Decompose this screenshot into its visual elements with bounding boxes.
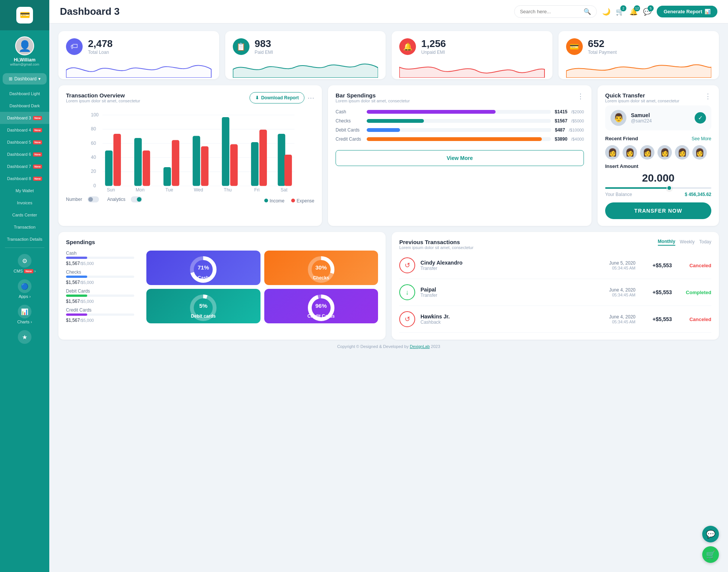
new-badge: New (33, 128, 42, 132)
svg-text:Sat: Sat (281, 187, 288, 192)
sidebar-nav: Dashboard Light Dashboard Dark Dashboard… (0, 88, 49, 245)
donut-checks-pct: 30% (315, 264, 327, 270)
new-badge: New (33, 140, 42, 144)
header-actions: 🔍 🌙 🛒 2 🔔 12 💬 5 Generate Report 📊 (514, 5, 717, 18)
search-input[interactable] (520, 9, 581, 14)
sidebar-item-favorites[interactable]: ★ (0, 326, 49, 347)
transaction-overview-card: Transaction Overview Lorem ipsum dolor s… (58, 85, 322, 226)
svg-text:40: 40 (91, 155, 96, 160)
svg-rect-31 (259, 130, 267, 186)
transfer-amount: 20.000 (605, 172, 711, 184)
view-more-button[interactable]: View More (336, 150, 584, 166)
page-footer: Copyright © Designed & Developed by Dexi… (58, 340, 719, 353)
see-more-link[interactable]: See More (692, 136, 711, 141)
stat-card-total-loan: 🏷 2,478 Total Loan (58, 31, 219, 79)
sidebar-item-dashboard-dark[interactable]: Dashboard Dark (0, 100, 49, 112)
transaction-name-1: Paipal (420, 287, 437, 293)
svg-text:20: 20 (91, 169, 96, 174)
spending-item-credit: Credit Cards $1,567/$5,000 (66, 307, 134, 323)
unpaid-emi-value: 1,256 (421, 38, 446, 50)
stat-card-paid-emi: 📋 983 Paid EMI (225, 31, 386, 79)
sidebar-item-cardscenter[interactable]: Cards Center (0, 209, 49, 221)
generate-report-button[interactable]: Generate Report 📊 (657, 6, 717, 17)
svg-text:Fri: Fri (254, 187, 259, 192)
unpaid-emi-icon: 🔔 (399, 38, 416, 55)
cart-icon-btn[interactable]: 🛒 2 (616, 8, 624, 16)
analytics-toggle[interactable] (131, 196, 142, 202)
sidebar-item-invoices[interactable]: Invoices (0, 197, 49, 209)
sidebar-item-charts[interactable]: 📊 Charts › (0, 301, 49, 326)
number-toggle[interactable] (88, 196, 99, 202)
dashboard-toggle[interactable]: ⊞ Dashboard ▾ (3, 73, 47, 85)
svg-text:0: 0 (93, 183, 96, 188)
chart-toggles: Number Analytics (66, 196, 142, 202)
transaction-status-2: Canceled (681, 317, 711, 322)
chat-icon-btn[interactable]: 💬 5 (643, 8, 651, 16)
sidebar-item-dashboard4[interactable]: Dashboard 4 New (0, 124, 49, 136)
spending-row-debit: Debit Cards $487 /$10000 (336, 127, 584, 133)
sidebar-item-cms[interactable]: ⚙ CMS New › (0, 250, 49, 276)
transaction-overview-title: Transaction Overview (66, 92, 140, 99)
stat-card-unpaid-emi: 🔔 1,256 Unpaid EMI (392, 31, 552, 79)
logo-icon: 💳 (16, 7, 33, 24)
total-loan-value: 2,478 (88, 38, 113, 50)
transaction-type-0: Transfer (420, 266, 463, 271)
paid-emi-value: 983 (255, 38, 273, 50)
sidebar-item-transaction[interactable]: Transaction (0, 221, 49, 233)
sidebar-item-dashboard8[interactable]: Dashboard 8 New (0, 172, 49, 185)
friend-avatar-6[interactable]: 👩 (692, 145, 707, 160)
dark-mode-toggle[interactable]: 🌙 (602, 8, 610, 16)
footer-brand-link[interactable]: DexignLab (410, 344, 430, 349)
download-report-button[interactable]: ⬇ Download Report (249, 92, 304, 103)
fab-support[interactable]: 💬 (702, 526, 719, 542)
sidebar-item-dashboard5[interactable]: Dashboard 5 New (0, 136, 49, 148)
debit-max: /$10000 (569, 128, 584, 132)
sidebar-item-transactiondetails[interactable]: Transaction Details (0, 233, 49, 245)
transaction-status-0: Canceled (681, 263, 711, 268)
svg-rect-28 (172, 140, 179, 186)
friend-avatar-5[interactable]: 👩 (675, 145, 689, 160)
donut-credit: 96% Credit Cards (264, 289, 378, 323)
donut-cash-pct: 71% (198, 264, 209, 270)
sidebar-item-dashboard7[interactable]: Dashboard 7 New (0, 160, 49, 172)
sidebar-item-dashboard3[interactable]: Dashboard 3 New (0, 112, 49, 124)
bar-spendings-more-icon[interactable]: ⋮ (577, 92, 584, 100)
transaction-name-2: Hawkins Jr. (420, 313, 450, 320)
svg-text:80: 80 (91, 126, 96, 132)
tab-monthly[interactable]: Monthly (658, 239, 675, 246)
tab-today[interactable]: Today (699, 239, 711, 245)
tab-weekly[interactable]: Weekly (680, 239, 695, 245)
quick-transfer-more-icon[interactable]: ⋮ (704, 92, 711, 100)
friend-avatar-4[interactable]: 👩 (657, 145, 672, 160)
bar-spendings-list: Cash $1415 /$2000 Checks $1567 /$500 (336, 109, 584, 142)
friend-avatar-2[interactable]: 👩 (623, 145, 637, 160)
spendings-card: Spendings Cash $1,567/$5,000 Checks (58, 232, 386, 340)
transaction-amount-0: +$5,553 (645, 262, 672, 268)
svg-rect-30 (230, 144, 238, 186)
transaction-type-1: Transfer (420, 293, 437, 298)
bell-icon-btn[interactable]: 🔔 12 (629, 8, 638, 16)
sidebar-logo: 💳 (0, 0, 49, 30)
donut-credit-label: Credit Cards (308, 313, 335, 319)
sidebar-username: Hi,William (14, 57, 35, 63)
transfer-now-button[interactable]: TRANSFER NOW (605, 202, 711, 219)
friend-avatar-3[interactable]: 👩 (640, 145, 654, 160)
sidebar-item-mywallet[interactable]: My Wallet (0, 185, 49, 197)
chevron-down-icon: ▾ (38, 76, 41, 81)
amount-slider[interactable] (605, 187, 711, 189)
friend-avatar-1[interactable]: 👩 (605, 145, 620, 160)
spending-row-credit: Credit Cards $3890 /$4000 (336, 136, 584, 142)
fab-cart[interactable]: 🛒 (702, 546, 719, 563)
more-options-icon[interactable]: ⋯ (308, 94, 314, 102)
sidebar-item-dashboard-light[interactable]: Dashboard Light (0, 88, 49, 100)
content-area: 🏷 2,478 Total Loan 📋 983 Paid EMI (49, 24, 728, 572)
insert-amount-label: Insert Amount (605, 163, 711, 169)
transaction-overview-subtitle: Lorem ipsum dolor sit amet, consectetur (66, 99, 140, 103)
sidebar-item-dashboard6[interactable]: Dashboard 6 New (0, 148, 49, 160)
checks-amount: $1567 (555, 118, 567, 124)
transfer-user-avatar: 👨 (610, 110, 626, 126)
sidebar: 💳 👤 Hi,William william@gmail.com ⊞ Dashb… (0, 0, 49, 572)
sidebar-item-apps[interactable]: 🔵 Apps › (0, 276, 49, 301)
bar-chart-icon: 📊 (704, 9, 711, 14)
transfer-user-handle: @sam224 (631, 118, 652, 124)
